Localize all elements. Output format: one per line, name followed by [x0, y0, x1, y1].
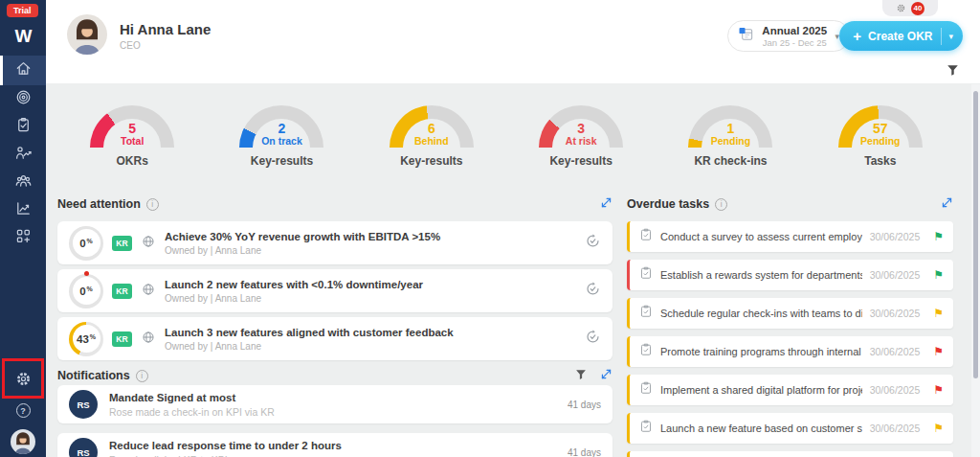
need-attention-row[interactable]: 0% KR Launch 2 new features with <0.1% d…	[57, 269, 612, 312]
period-selector[interactable]: Annual 2025 Jan 25 - Dec 25 ▾	[727, 20, 850, 52]
task-card[interactable]: Launch a new feature based on customer s…	[627, 413, 953, 444]
gauge-status: At risk	[539, 135, 623, 148]
sidebar-item-tasks[interactable]	[0, 113, 46, 141]
globe-icon	[141, 282, 156, 301]
okr-owner: Owned by | Anna Lane	[165, 293, 576, 304]
notification-item[interactable]: RS ↻ Reduce lead response time to under …	[57, 433, 612, 457]
notification-item[interactable]: RS ↻ Mandate Signed at most Rose made a …	[57, 385, 612, 423]
task-icon	[639, 343, 653, 360]
overdue-tasks-header: Overdue tasks i	[627, 196, 953, 212]
need-attention-row[interactable]: 43% KR Launch 3 new features aligned wit…	[57, 317, 612, 360]
notification-subtitle: Rose made a check-in on KPI via KR	[109, 406, 556, 418]
check-in-icon[interactable]	[585, 281, 601, 301]
overdue-tasks-panel: Overdue tasks i Conduct a survey to asse…	[627, 196, 953, 457]
notification-subtitle: Rose has linked KR to KPI	[109, 454, 556, 457]
expand-icon[interactable]	[600, 367, 612, 384]
priority-flag-icon[interactable]: ⚑	[933, 423, 944, 434]
top-header: Hi Anna Lane CEO 40 Annual 2025 Jan 25 -…	[46, 0, 980, 83]
sidebar-user-avatar[interactable]	[11, 429, 35, 454]
sidebar-item-okrs[interactable]	[0, 85, 46, 113]
priority-flag-icon[interactable]: ⚑	[933, 231, 944, 242]
coaching-icon	[14, 144, 33, 166]
gauge-kr-checkins[interactable]: 1 Pending KR check-ins	[656, 105, 805, 192]
sidebar-item-team[interactable]	[0, 169, 46, 196]
task-card-partial[interactable]	[627, 451, 953, 457]
help-icon[interactable]: ?	[16, 403, 31, 418]
gauge-status: On track	[239, 135, 323, 148]
okr-title: Launch 2 new features with <0.1% downtim…	[165, 279, 576, 290]
sidebar-nav	[0, 56, 46, 252]
dashboard-filter-button[interactable]	[947, 63, 959, 80]
gauge-kr-at-risk[interactable]: 3 At risk Key-results	[506, 105, 656, 192]
gauge-label: Key-results	[400, 154, 462, 168]
globe-icon	[141, 234, 156, 253]
check-in-icon[interactable]	[585, 329, 601, 349]
okr-title: Achieve 30% YoY revenue growth with EBIT…	[165, 231, 576, 242]
kr-badge: KR	[112, 284, 132, 299]
info-icon[interactable]: i	[146, 198, 159, 211]
app-window: Trial W	[0, 0, 980, 457]
panel-title: Notifications	[57, 369, 130, 382]
okr-owner: Owned by | Anna Lane	[165, 245, 576, 256]
check-in-icon[interactable]	[585, 233, 601, 253]
panel-title: Overdue tasks	[627, 197, 709, 211]
task-icon	[639, 420, 653, 437]
settings-notifications-tab[interactable]: 40	[882, 0, 938, 16]
settings-gear-icon	[14, 375, 33, 391]
priority-flag-icon[interactable]: ⚑	[933, 346, 944, 357]
gauge-label: Key-results	[251, 154, 313, 168]
info-icon[interactable]: i	[715, 198, 727, 211]
sidebar-item-apps[interactable]	[0, 224, 46, 252]
sidebar-item-coaching[interactable]	[0, 141, 46, 169]
task-icon	[639, 266, 653, 284]
trial-badge: Trial	[7, 4, 38, 17]
create-okr-chevron-icon[interactable]: ▾	[948, 32, 953, 41]
greeting-text: Hi Anna Lane	[120, 21, 211, 37]
task-title: Implement a shared digital platform for …	[660, 384, 862, 396]
alert-dot	[84, 271, 89, 276]
info-icon[interactable]: i	[136, 370, 148, 382]
gauge-label: KR check-ins	[694, 154, 767, 168]
expand-icon[interactable]	[941, 195, 953, 213]
task-card[interactable]: Conduct a survey to assess current emplo…	[627, 221, 953, 252]
summary-gauges: 5 Total OKRs 2 On track Key-results	[57, 105, 955, 192]
task-card[interactable]: Implement a shared digital platform for …	[627, 375, 953, 405]
task-icon	[639, 381, 653, 399]
settings-button[interactable]	[14, 370, 33, 392]
sidebar-item-reports[interactable]	[0, 196, 46, 224]
gauge-kr-behind[interactable]: 6 Behind Key-results	[357, 105, 506, 192]
panel-title: Need attention	[57, 197, 141, 211]
create-okr-button[interactable]: + Create OKR ▾	[839, 21, 963, 51]
notifications-header: Notifications i	[57, 368, 612, 383]
gauge-value: 3	[539, 122, 623, 135]
scrollbar-thumb[interactable]	[973, 91, 978, 378]
kr-badge: KR	[112, 331, 132, 347]
priority-flag-icon[interactable]: ⚑	[933, 269, 944, 281]
gauge-value: 6	[390, 122, 474, 135]
task-title: Promote training programs through intern…	[660, 346, 862, 357]
need-attention-row[interactable]: 0% KR Achieve 30% YoY revenue growth wit…	[57, 221, 612, 264]
sidebar-item-home[interactable]	[0, 56, 46, 85]
gauge-value: 1	[688, 122, 772, 135]
task-due-date: 30/06/2025	[870, 423, 921, 434]
user-avatar-photo[interactable]	[67, 14, 107, 55]
okr-title: Launch 3 new features aligned with custo…	[165, 327, 576, 338]
tasks-clipboard-icon	[14, 116, 33, 138]
period-label: Annual 2025	[761, 24, 828, 38]
filter-icon[interactable]	[575, 367, 587, 384]
expand-icon[interactable]	[600, 195, 612, 213]
gauge-okrs[interactable]: 5 Total OKRs	[57, 105, 207, 192]
button-divider	[941, 28, 942, 45]
task-due-date: 30/06/2025	[870, 308, 921, 319]
notifications-panel: Notifications i RS ↻ Mandate Signed at m…	[57, 368, 612, 457]
priority-flag-icon[interactable]: ⚑	[933, 384, 944, 396]
task-card[interactable]: Establish a rewards system for departmen…	[627, 260, 953, 290]
task-card[interactable]: Schedule regular check-ins with teams to…	[627, 298, 953, 329]
task-card[interactable]: Promote training programs through intern…	[627, 336, 953, 367]
gauge-tasks[interactable]: 57 Pending Tasks	[806, 105, 955, 192]
reports-chart-icon	[14, 199, 33, 221]
create-okr-label: Create OKR	[868, 30, 932, 43]
task-due-date: 30/06/2025	[870, 384, 921, 396]
gauge-kr-on-track[interactable]: 2 On track Key-results	[207, 105, 356, 192]
priority-flag-icon[interactable]: ⚑	[933, 308, 944, 319]
